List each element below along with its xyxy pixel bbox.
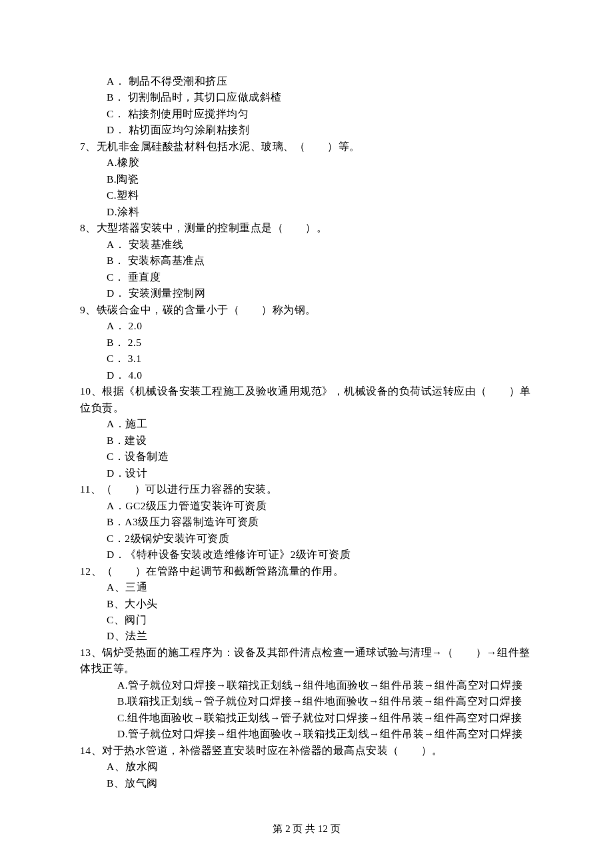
q9-option-b: B． 2.5 (80, 335, 533, 351)
q9-option-d: D． 4.0 (80, 367, 533, 383)
q12-stem: 12、（ ）在管路中起调节和截断管路流量的作用。 (80, 563, 533, 579)
q6-option-b: B． 切割制品时，其切口应做成斜楂 (80, 89, 533, 105)
q13-option-a: A.管子就位对口焊接→联箱找正划线→组件地面验收→组件吊装→组件高空对口焊接 (80, 677, 533, 693)
q6-option-c: C． 粘接剂使用时应搅拌均匀 (80, 106, 533, 122)
q8-option-c: C． 垂直度 (80, 269, 533, 285)
q7-option-c: C.塑料 (80, 187, 533, 203)
q11-option-b: B．A3级压力容器制造许可资质 (80, 514, 533, 530)
q11-stem: 11、（ ）可以进行压力容器的安装。 (80, 481, 533, 497)
q10-option-d: D．设计 (80, 465, 533, 481)
q6-option-d: D． 粘切面应均匀涂刷粘接剂 (80, 122, 533, 138)
q6-option-a: A． 制品不得受潮和挤压 (80, 73, 533, 89)
q10-stem: 10、根据《机械设备安装工程施工及验收通用规范》，机械设备的负荷试运转应由（ ）… (80, 383, 533, 416)
q13-option-d: D.管子就位对口焊接→组件地面验收→联箱找正划线→组件吊装→组件高空对口焊接 (80, 726, 533, 742)
page-footer: 第 2 页 共 12 页 (0, 821, 613, 837)
content-body: A． 制品不得受潮和挤压 B． 切割制品时，其切口应做成斜楂 C． 粘接剂使用时… (80, 73, 533, 791)
q9-option-a: A． 2.0 (80, 318, 533, 334)
q8-stem: 8、大型塔器安装中，测量的控制重点是（ ）。 (80, 220, 533, 236)
q12-option-d: D、法兰 (80, 628, 533, 644)
q7-option-a: A.橡胶 (80, 155, 533, 171)
q9-option-c: C． 3.1 (80, 351, 533, 367)
q8-option-d: D． 安装测量控制网 (80, 285, 533, 301)
q10-option-b: B．建设 (80, 433, 533, 449)
q10-option-c: C．设备制造 (80, 449, 533, 465)
q11-option-a: A．GC2级压力管道安装许可资质 (80, 498, 533, 514)
q12-option-a: A、三通 (80, 579, 533, 595)
q14-stem: 14、对于热水管道，补偿器竖直安装时应在补偿器的最高点安装（ ）。 (80, 743, 533, 759)
page-container: A． 制品不得受潮和挤压 B． 切割制品时，其切口应做成斜楂 C． 粘接剂使用时… (0, 0, 613, 868)
q11-option-d: D．《特种设备安装改造维修许可证》2级许可资质 (80, 547, 533, 563)
q13-option-b: B.联箱找正划线→管子就位对口焊接→组件地面验收→组件吊装→组件高空对口焊接 (80, 693, 533, 709)
q7-option-b: B.陶瓷 (80, 171, 533, 187)
q8-option-a: A． 安装基准线 (80, 237, 533, 253)
q9-stem: 9、铁碳合金中，碳的含量小于（ ）称为钢。 (80, 302, 533, 318)
q13-option-c: C.组件地面验收→联箱找正划线→管子就位对口焊接→组件吊装→组件高空对口焊接 (80, 710, 533, 726)
q14-option-a: A、放水阀 (80, 759, 533, 775)
q14-option-b: B、放气阀 (80, 775, 533, 791)
q12-option-c: C、阀门 (80, 612, 533, 628)
q7-stem: 7、无机非金属硅酸盐材料包括水泥、玻璃、（ ）等。 (80, 139, 533, 155)
q11-option-c: C．2级锅炉安装许可资质 (80, 531, 533, 547)
q8-option-b: B． 安装标高基准点 (80, 253, 533, 269)
q7-option-d: D.涂料 (80, 204, 533, 220)
q10-option-a: A．施工 (80, 416, 533, 432)
q12-option-b: B、大小头 (80, 596, 533, 612)
q13-stem: 13、锅炉受热面的施工程序为：设备及其部件清点检查一通球试验与清理→（ ）→组件… (80, 645, 533, 677)
